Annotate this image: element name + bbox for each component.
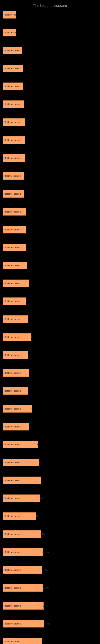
value-label: 4 bbox=[31, 408, 32, 410]
bar-row: Bottleneck result bbox=[3, 11, 97, 18]
bar-label: Bottleneck result bbox=[4, 210, 21, 213]
bar-row: Bottleneck result57.5% bbox=[3, 620, 97, 628]
value-label: 51. bbox=[37, 443, 40, 446]
bar: Bottleneck result bbox=[3, 11, 16, 18]
bar-label: Bottleneck result bbox=[4, 390, 21, 392]
bar-row: Bottleneck result bbox=[3, 298, 97, 305]
bar-label: Bottleneck result bbox=[4, 640, 21, 643]
bar: Bottleneck result bbox=[3, 47, 22, 54]
bar: Bottleneck result bbox=[3, 566, 42, 574]
bar-row: Bottleneck result bbox=[3, 47, 97, 54]
bar-row: Bottleneck result54.6 bbox=[3, 530, 97, 538]
bar-row: Bottleneck result55.8% bbox=[3, 566, 97, 574]
bar: Bottleneck result bbox=[3, 333, 31, 341]
bar-label: Bottleneck result bbox=[4, 121, 21, 123]
bar-row: Bottleneck result bbox=[3, 82, 97, 90]
bar-row: Bottleneck result56.7% bbox=[3, 584, 97, 592]
bar: Bottleneck result bbox=[3, 154, 25, 162]
bar: Bottleneck result bbox=[3, 262, 27, 269]
bar-row: Bottleneck result bbox=[3, 100, 97, 108]
bar-row: Bottleneck result bbox=[3, 208, 97, 216]
bar: Bottleneck result bbox=[3, 494, 40, 502]
bar: Bottleneck result bbox=[3, 548, 43, 556]
bar-label: Bottleneck result bbox=[4, 67, 21, 70]
bar-label: Bottleneck result bbox=[4, 49, 21, 52]
bar-label: Bottleneck result bbox=[4, 14, 16, 16]
bar-row: Bottleneck result56.4% bbox=[3, 548, 97, 556]
value-label: 54.6 bbox=[40, 533, 45, 535]
bar: Bottleneck result bbox=[3, 620, 44, 628]
bar-row: Bottleneck result53.4 bbox=[3, 494, 97, 502]
bar-row: Bottleneck result52.7 bbox=[3, 459, 97, 466]
bar-row: Bottleneck result bbox=[3, 190, 97, 198]
bar-row: Bottleneck result4 bbox=[3, 405, 97, 412]
value-label: 52.7 bbox=[39, 461, 43, 464]
bar-label: Bottleneck result bbox=[4, 604, 21, 607]
bar: Bottleneck result bbox=[3, 423, 29, 430]
value-label: 55.6 bbox=[41, 640, 46, 643]
bar-row: Bottleneck result4 bbox=[3, 333, 97, 341]
bar-label: Bottleneck result bbox=[4, 551, 21, 553]
bar-row: Bottleneck result bbox=[3, 64, 97, 72]
bar: Bottleneck result bbox=[3, 29, 16, 36]
bar-row: Bottleneck result bbox=[3, 154, 97, 162]
bar: Bottleneck result bbox=[3, 226, 26, 234]
bar-row: Bottleneck result55.6 bbox=[3, 638, 97, 644]
bar-label: Bottleneck result bbox=[4, 300, 21, 302]
bar-row: Bottleneck result bbox=[3, 262, 97, 269]
bar-row: Bottleneck result bbox=[3, 369, 97, 377]
bar-row: Bottleneck result bbox=[3, 172, 97, 180]
bar-label: Bottleneck result bbox=[4, 175, 21, 177]
bar-label: Bottleneck result bbox=[4, 246, 21, 249]
bar: Bottleneck result bbox=[3, 190, 24, 198]
bar: Bottleneck result bbox=[3, 298, 26, 305]
bar: Bottleneck result bbox=[3, 82, 23, 90]
bar: Bottleneck result bbox=[3, 172, 24, 180]
value-label: 50 bbox=[36, 515, 38, 518]
bar: Bottleneck result bbox=[3, 459, 39, 466]
value-label: 55.8% bbox=[42, 569, 48, 571]
bar: Bottleneck result bbox=[3, 64, 23, 72]
bar-label: Bottleneck result bbox=[4, 426, 21, 428]
bar-label: Bottleneck result bbox=[4, 461, 21, 464]
bar: Bottleneck result bbox=[3, 441, 38, 448]
bar: Bottleneck result bbox=[3, 244, 26, 251]
bar: Bottleneck result bbox=[3, 602, 44, 610]
value-label: 56.7% bbox=[43, 587, 49, 589]
bar: Bottleneck result bbox=[3, 136, 25, 144]
bar: Bottleneck result bbox=[3, 369, 29, 377]
value-label: 57.5% bbox=[44, 622, 50, 625]
value-label: 56.4% bbox=[42, 551, 49, 553]
bar-label: Bottleneck result bbox=[4, 318, 21, 320]
bar-row: Bottleneck result54.8 bbox=[3, 476, 97, 484]
bar-row: Bottleneck result50 bbox=[3, 512, 97, 520]
bar-label: Bottleneck result bbox=[4, 354, 21, 356]
bar-row: Bottleneck result bbox=[3, 226, 97, 234]
bar: Bottleneck result bbox=[3, 387, 28, 395]
bar-label: Bottleneck result bbox=[4, 569, 21, 571]
bar-label: Bottleneck result bbox=[4, 139, 21, 141]
bar-row: Bottleneck result bbox=[3, 136, 97, 144]
bar-label: Bottleneck result bbox=[4, 264, 21, 267]
bar: Bottleneck result bbox=[3, 208, 26, 216]
bar-label: Bottleneck result bbox=[4, 282, 21, 284]
bar: Bottleneck result bbox=[3, 512, 36, 520]
bar: Bottleneck result bbox=[3, 638, 42, 644]
bar-row: Bottleneck result bbox=[3, 315, 97, 323]
bar-row: Bottleneck result bbox=[3, 423, 97, 430]
value-label: 57% bbox=[43, 604, 48, 607]
bar-label: Bottleneck result bbox=[4, 515, 21, 518]
bar-label: Bottleneck result bbox=[4, 192, 21, 195]
bar-row: Bottleneck result bbox=[3, 118, 97, 126]
bar-label: Bottleneck result bbox=[4, 622, 21, 625]
bar: Bottleneck result bbox=[3, 315, 28, 323]
bar: Bottleneck result bbox=[3, 405, 32, 412]
bar-row: Bottleneck result51. bbox=[3, 441, 97, 448]
value-label: 53.4 bbox=[39, 497, 44, 500]
bar-row: Bottleneck result bbox=[3, 29, 97, 36]
page-title: TheBottlenecker.com bbox=[0, 2, 100, 11]
bar-label: Bottleneck result bbox=[4, 85, 21, 88]
bar-row: Bottleneck result bbox=[3, 351, 97, 359]
bar: Bottleneck result bbox=[3, 584, 43, 592]
value-label: 54.8 bbox=[41, 479, 45, 482]
